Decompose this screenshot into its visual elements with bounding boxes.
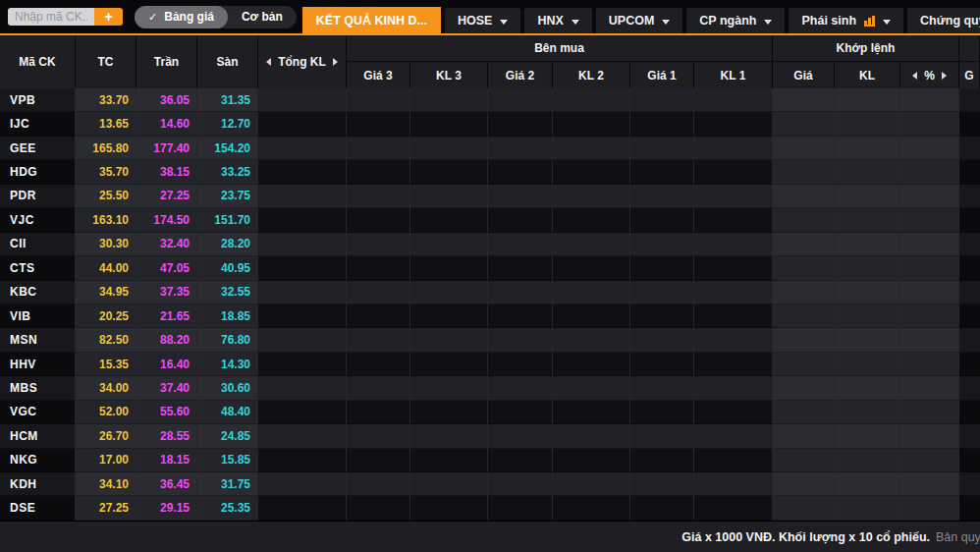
stock-code[interactable]: CII	[0, 233, 76, 256]
add-symbol-button[interactable]: +	[94, 8, 123, 26]
stock-row[interactable]: NKG17.0018.1515.85	[0, 449, 980, 472]
matched-group-header: Khớp lệnh	[773, 35, 959, 62]
stock-code[interactable]: PDR	[0, 185, 76, 208]
ceiling-price-text: 38.15	[160, 165, 190, 179]
chevron-down-icon	[500, 20, 508, 25]
buy-price-2-header-label: Giá 2	[506, 69, 534, 83]
menu-tab-hnx[interactable]: HNX	[524, 8, 591, 33]
stock-code[interactable]: VIB	[0, 304, 76, 328]
ref-price-text: 34.10	[99, 477, 129, 491]
stock-row[interactable]: VGC52.0055.6048.40	[0, 401, 980, 424]
matched-price	[773, 449, 835, 472]
stock-code[interactable]: VPB	[0, 88, 76, 112]
floor-price: 12.70	[197, 112, 258, 136]
stock-row[interactable]: VIB20.2521.6518.85	[0, 304, 980, 328]
stock-row[interactable]: PDR25.5027.2523.75	[0, 185, 980, 208]
floor-price-text: 31.75	[221, 477, 250, 491]
buy-volume-3	[410, 185, 488, 208]
stock-row[interactable]: GEE165.80177.40154.20	[0, 137, 980, 160]
buy-price-3	[347, 208, 410, 232]
stock-code[interactable]: IJC	[0, 112, 76, 136]
scroll-left-icon[interactable]	[266, 58, 271, 66]
stock-code[interactable]: GEE	[0, 137, 76, 160]
floor-price: 151.70	[197, 208, 258, 232]
total-volume	[258, 281, 347, 304]
stock-row[interactable]: CTS44.0047.0540.95	[0, 256, 980, 280]
stock-code[interactable]: KBC	[0, 281, 76, 304]
stock-row[interactable]: MBS34.0037.4030.60	[0, 376, 980, 400]
tab-ket-qua-kinh-doanh[interactable]: KẾT QUẢ KINH D...	[302, 7, 441, 33]
sell-price-1-partial	[959, 353, 980, 376]
floor-price: 25.35	[197, 496, 258, 520]
ref-price: 165.80	[76, 137, 136, 160]
matched-percent	[900, 376, 959, 400]
stock-code[interactable]: MSN	[0, 328, 76, 352]
floor-price-text: 40.95	[221, 261, 250, 275]
menu-tab-hose[interactable]: HOSE	[445, 8, 520, 33]
total-volume	[258, 208, 347, 232]
stock-code[interactable]: VJC	[0, 208, 76, 232]
buy-price-2	[488, 353, 553, 376]
buy-price-2	[488, 449, 553, 472]
buy-price-1	[630, 112, 694, 136]
floor-price: 31.35	[197, 88, 258, 112]
scroll-left-icon[interactable]	[912, 72, 917, 80]
ceiling-price: 37.40	[136, 376, 197, 400]
buy-volume-3	[410, 472, 488, 496]
search-input[interactable]	[8, 8, 94, 26]
stock-code[interactable]: VGC	[0, 401, 76, 424]
menu-tab-upcom[interactable]: UPCOM	[596, 8, 683, 33]
stock-code[interactable]: HCM	[0, 424, 76, 448]
view-toggle-bang-gia[interactable]: ✓ Bảng giá	[135, 6, 228, 28]
buy-price-3	[347, 424, 410, 448]
menu-tab-cp-nganh[interactable]: CP ngành	[686, 8, 785, 33]
buy-volume-1	[694, 353, 773, 376]
stock-code[interactable]: KDH	[0, 472, 76, 496]
buy-price-1	[630, 401, 694, 424]
menu-tab-chung-quyen-label: Chứng quyền	[920, 14, 980, 28]
stock-row[interactable]: HCM26.7028.5524.85	[0, 424, 980, 448]
stock-code[interactable]: NKG	[0, 449, 76, 472]
stock-row[interactable]: VJC163.10174.50151.70	[0, 208, 980, 232]
stock-row[interactable]: CII30.3032.4028.20	[0, 233, 980, 256]
matched-price	[773, 160, 835, 184]
scroll-right-icon[interactable]	[333, 58, 338, 66]
matched-percent	[900, 424, 959, 448]
sell-price-1-partial	[959, 472, 980, 496]
matched-group: Khớp lệnh GiáKL%	[773, 35, 959, 88]
stock-code[interactable]: HDG	[0, 160, 76, 184]
stock-code[interactable]: DSE	[0, 496, 76, 520]
buy-volume-3	[410, 281, 488, 304]
ceiling-price-text: 14.60	[160, 117, 190, 131]
scroll-right-icon[interactable]	[942, 72, 947, 80]
stock-row[interactable]: VPB33.7036.0531.35	[0, 88, 980, 112]
view-toggle-co-ban[interactable]: Cơ bản	[228, 6, 297, 28]
floor-price-text: 154.20	[214, 141, 250, 155]
menu-tab-phai-sinh[interactable]: Phái sinh	[789, 8, 903, 33]
ceiling-price: 88.20	[136, 328, 197, 352]
sell-price-1-partial	[959, 88, 980, 112]
stock-row[interactable]: DSE27.2529.1525.35	[0, 496, 980, 520]
stock-code[interactable]: CTS	[0, 256, 76, 280]
menu-tab-chung-quyen[interactable]: Chứng quyền	[907, 8, 980, 33]
sell-price-1-partial	[959, 449, 980, 472]
ceiling-price: 177.40	[136, 137, 197, 160]
ceiling-price: 55.60	[136, 401, 197, 424]
stock-row[interactable]: HDG35.7038.1533.25	[0, 160, 980, 184]
ref-price: 17.00	[76, 449, 136, 472]
menu-tab-cp-nganh-label: CP ngành	[699, 14, 756, 28]
buy-price-2	[488, 256, 553, 280]
stock-code[interactable]: MBS	[0, 376, 76, 400]
stock-row[interactable]: KDH34.1036.4531.75	[0, 472, 980, 496]
buy-volume-1	[694, 137, 773, 160]
sell-price-1-partial	[959, 328, 980, 352]
stock-code[interactable]: HHV	[0, 353, 76, 376]
ref-price: 52.00	[76, 401, 136, 424]
stock-row[interactable]: KBC34.9537.3532.55	[0, 281, 980, 304]
matched-volume	[835, 376, 900, 400]
stock-row[interactable]: MSN82.5088.2076.80	[0, 328, 980, 352]
stock-row[interactable]: IJC13.6514.6012.70	[0, 112, 980, 136]
buy-price-2	[488, 328, 553, 352]
ceiling-price-text: 36.45	[160, 477, 190, 491]
stock-row[interactable]: HHV15.3516.4014.30	[0, 353, 980, 376]
